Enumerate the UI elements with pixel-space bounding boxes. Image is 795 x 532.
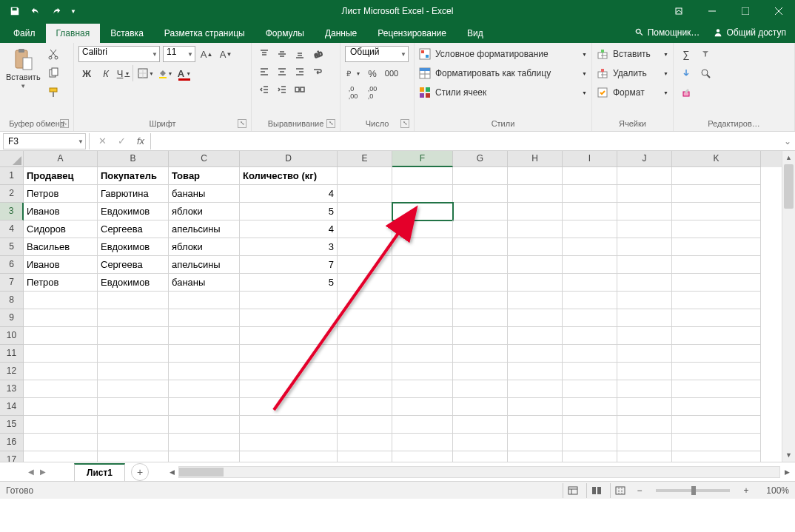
cell-styles-button[interactable]: Стили ячеек▼: [419, 84, 587, 101]
cell[interactable]: 4: [240, 185, 338, 203]
cell[interactable]: [617, 185, 672, 203]
cell[interactable]: [169, 292, 240, 309]
row-header[interactable]: 7: [0, 274, 24, 292]
cell[interactable]: [392, 309, 453, 327]
cell[interactable]: [563, 327, 617, 345]
cell[interactable]: [453, 398, 508, 416]
paste-button[interactable]: Вставить ▼: [4, 46, 42, 91]
row-header[interactable]: 11: [0, 345, 24, 363]
cell[interactable]: [453, 292, 508, 309]
undo-icon[interactable]: [27, 2, 44, 20]
cell[interactable]: [672, 167, 761, 185]
cell[interactable]: [563, 380, 617, 398]
cell[interactable]: [169, 398, 240, 416]
cell[interactable]: [617, 434, 672, 451]
format-painter-icon[interactable]: [45, 84, 61, 101]
sheet-tab[interactable]: Лист1: [74, 463, 125, 481]
font-size-select[interactable]: 11▼: [163, 46, 195, 62]
row-header[interactable]: 8: [0, 292, 24, 309]
cell[interactable]: [240, 434, 338, 451]
sheet-nav-prev-icon[interactable]: ◀: [28, 468, 34, 476]
underline-button[interactable]: Ч▼: [117, 65, 133, 81]
cell[interactable]: [338, 416, 392, 434]
cell[interactable]: [392, 434, 453, 451]
cell[interactable]: [563, 363, 617, 380]
decrease-decimal-icon[interactable]: ,00,0: [364, 84, 380, 101]
cell[interactable]: [508, 292, 563, 309]
cell[interactable]: [98, 363, 169, 380]
cell[interactable]: Сидоров: [24, 220, 98, 238]
scroll-thumb[interactable]: [179, 468, 224, 477]
cell[interactable]: [617, 309, 672, 327]
cell[interactable]: [392, 345, 453, 363]
cell[interactable]: 5: [240, 274, 338, 292]
sort-filter-icon[interactable]: [697, 46, 714, 62]
cell[interactable]: [338, 256, 392, 274]
cell[interactable]: [453, 167, 508, 185]
cell[interactable]: [338, 203, 392, 220]
cell[interactable]: [617, 203, 672, 220]
cell[interactable]: [563, 203, 617, 220]
cell[interactable]: Евдокимов: [98, 274, 169, 292]
cell[interactable]: [240, 345, 338, 363]
page-layout-view-icon[interactable]: [586, 483, 606, 498]
cell[interactable]: [169, 380, 240, 398]
cell[interactable]: [617, 345, 672, 363]
cell[interactable]: [672, 309, 761, 327]
column-header[interactable]: B: [98, 151, 169, 167]
cell[interactable]: [338, 167, 392, 185]
row-header[interactable]: 4: [0, 220, 24, 238]
cell[interactable]: Сергеева: [98, 220, 169, 238]
cell[interactable]: [338, 292, 392, 309]
row-header[interactable]: 6: [0, 256, 24, 274]
cell[interactable]: Гаврютина: [98, 185, 169, 203]
cell[interactable]: [453, 345, 508, 363]
cell[interactable]: [672, 327, 761, 345]
cell[interactable]: [453, 220, 508, 238]
cell[interactable]: [98, 380, 169, 398]
format-as-table-button[interactable]: Форматировать как таблицу▼: [419, 65, 587, 81]
column-header[interactable]: C: [169, 151, 240, 167]
tab-file[interactable]: Файл: [3, 24, 46, 43]
cut-icon[interactable]: [45, 46, 61, 62]
zoom-in-icon[interactable]: +: [740, 485, 752, 496]
cell[interactable]: [240, 451, 338, 462]
cell[interactable]: [563, 309, 617, 327]
cell[interactable]: [338, 345, 392, 363]
column-header[interactable]: A: [24, 151, 98, 167]
cell[interactable]: [392, 363, 453, 380]
cell[interactable]: [563, 274, 617, 292]
cell[interactable]: [508, 203, 563, 220]
percent-icon[interactable]: %: [364, 65, 380, 81]
cell[interactable]: [392, 238, 453, 256]
cell[interactable]: [240, 327, 338, 345]
cell[interactable]: Покупатель: [98, 167, 169, 185]
cell[interactable]: [338, 220, 392, 238]
formula-input[interactable]: [150, 133, 780, 149]
cell[interactable]: бананы: [169, 185, 240, 203]
cell[interactable]: [508, 309, 563, 327]
tab-data[interactable]: Данные: [315, 24, 367, 43]
cell[interactable]: [672, 434, 761, 451]
font-color-icon[interactable]: A▼: [176, 65, 192, 81]
cell[interactable]: [453, 434, 508, 451]
name-box[interactable]: F3▼: [3, 133, 86, 149]
cell[interactable]: [563, 398, 617, 416]
zoom-handle[interactable]: [691, 486, 696, 495]
column-header[interactable]: J: [617, 151, 672, 167]
cell[interactable]: [392, 327, 453, 345]
cell[interactable]: [563, 185, 617, 203]
align-top-icon[interactable]: [256, 46, 272, 62]
cell[interactable]: [617, 256, 672, 274]
row-header[interactable]: 17: [0, 451, 24, 462]
maximize-icon[interactable]: [728, 0, 762, 22]
column-header[interactable]: F: [392, 151, 453, 167]
row-header[interactable]: 13: [0, 380, 24, 398]
conditional-formatting-button[interactable]: Условное форматирование▼: [419, 46, 587, 62]
cell[interactable]: 7: [240, 256, 338, 274]
cell[interactable]: [392, 167, 453, 185]
align-center-icon[interactable]: [274, 64, 290, 80]
cell[interactable]: [453, 380, 508, 398]
cell[interactable]: Количество (кг): [240, 167, 338, 185]
row-header[interactable]: 15: [0, 416, 24, 434]
